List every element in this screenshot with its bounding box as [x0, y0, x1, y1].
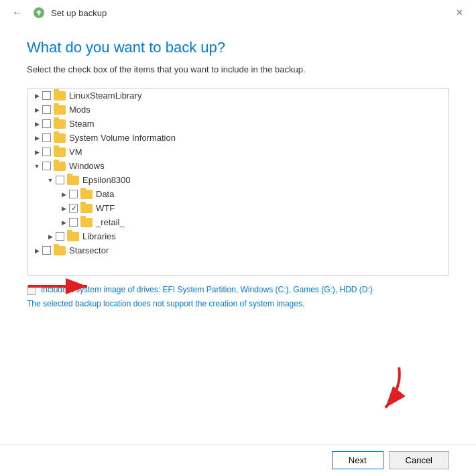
tree-checkbox-starsector[interactable] [42, 246, 51, 255]
tree-label-linuxsteam: LinuxSteamLibrary [69, 91, 141, 101]
tree-chevron-data[interactable] [58, 191, 69, 198]
tree-label-steam: Steam [69, 119, 95, 129]
system-image-label: Include a system image of drives: EFI Sy… [41, 285, 373, 294]
system-drives: EFI System Partition, Windows (C:), Game… [162, 285, 372, 294]
folder-icon-systemvolume [54, 133, 66, 143]
tree-label-mods: Mods [69, 105, 91, 115]
tree-item[interactable]: System Volume Information [27, 131, 449, 145]
folder-icon-data [80, 190, 93, 199]
folder-icon-steam [54, 119, 66, 129]
folder-icon-linuxsteam [54, 91, 66, 101]
back-button[interactable]: ← [8, 5, 27, 20]
tree-checkbox-libraries[interactable] [56, 232, 64, 241]
tree-item[interactable]: _retail_ [27, 215, 449, 229]
tree-checkbox-windows[interactable] [42, 162, 51, 170]
arrow-bottom-indicator [359, 367, 412, 417]
page-subtitle: Select the check box of the items that y… [27, 64, 449, 74]
close-button[interactable]: × [451, 5, 468, 20]
tree-chevron-mods[interactable] [32, 107, 42, 113]
folder-icon-mods [54, 105, 66, 115]
tree-chevron-steam[interactable] [32, 121, 42, 127]
next-button[interactable]: Next [332, 451, 383, 469]
tree-checkbox-systemvolume[interactable] [42, 133, 51, 142]
tree-chevron-vm[interactable] [32, 149, 42, 156]
tree-item[interactable]: LinuxSteamLibrary [27, 88, 449, 103]
tree-checkbox-linuxsteam[interactable] [42, 91, 51, 100]
tree-item[interactable]: VM [27, 145, 449, 159]
backup-icon [32, 6, 46, 19]
folder-icon-vm [54, 147, 66, 157]
tree-chevron-starsector[interactable] [32, 247, 42, 254]
title-bar-left: ← Set up backup [8, 5, 107, 20]
tree-chevron-systemvolume[interactable] [32, 135, 42, 141]
system-image-row: Include a system image of drives: EFI Sy… [27, 285, 449, 295]
tree-chevron-epsilon8300[interactable] [45, 177, 56, 184]
folder-icon-epsilon8300 [67, 176, 79, 185]
tree-label-vm: VM [69, 147, 82, 157]
title-bar: ← Set up backup × [0, 0, 476, 25]
tree-item[interactable]: Epsilon8300 [27, 173, 449, 187]
tree-chevron-retail[interactable] [58, 219, 69, 226]
tree-label-systemvolume: System Volume Information [69, 133, 176, 143]
tree-label-starsector: Starsector [69, 245, 109, 255]
tree-checkbox-data[interactable] [69, 190, 78, 198]
window-title: Set up backup [51, 8, 107, 18]
folder-icon-starsector [54, 246, 66, 255]
tree-item[interactable]: Libraries [27, 229, 449, 243]
page-title: What do you want to back up? [27, 39, 449, 56]
tree-item[interactable]: Steam [27, 117, 449, 131]
tree-checkbox-steam[interactable] [42, 119, 51, 128]
folder-icon-windows [54, 162, 66, 171]
tree-checkbox-epsilon8300[interactable] [56, 176, 64, 184]
folder-icon-wtf [80, 204, 93, 213]
system-image-checkbox[interactable] [27, 286, 36, 295]
tree-label-libraries: Libraries [82, 231, 116, 241]
main-content: What do you want to back up? Select the … [0, 25, 476, 326]
tree-checkbox-retail[interactable] [69, 218, 78, 227]
tree-chevron-libraries[interactable] [45, 233, 56, 240]
tree-label-wtf: WTF [96, 203, 115, 213]
tree-label-data: Data [96, 189, 114, 199]
footer: Next Cancel [0, 444, 476, 476]
tree-checkbox-vm[interactable] [42, 147, 51, 156]
file-tree[interactable]: LinuxSteamLibraryModsSteamSystem Volume … [27, 88, 449, 276]
tree-item[interactable]: Mods [27, 103, 449, 117]
tree-item[interactable]: Windows [27, 159, 449, 173]
folder-icon-libraries [67, 232, 79, 241]
warning-text: The selected backup location does not su… [27, 299, 449, 308]
tree-label-epsilon8300: Epsilon8300 [82, 175, 131, 185]
tree-label-retail: _retail_ [96, 217, 125, 227]
tree-chevron-wtf[interactable] [58, 205, 69, 212]
tree-checkbox-wtf[interactable] [69, 204, 78, 213]
tree-checkbox-mods[interactable] [42, 105, 51, 114]
tree-chevron-linuxsteam[interactable] [32, 93, 42, 99]
tree-label-windows: Windows [69, 161, 105, 171]
tree-item[interactable]: WTF [27, 201, 449, 215]
tree-chevron-windows[interactable] [32, 163, 42, 170]
tree-item[interactable]: Starsector [27, 243, 449, 257]
cancel-button[interactable]: Cancel [389, 451, 449, 469]
tree-item[interactable]: Data [27, 187, 449, 201]
folder-icon-retail [80, 218, 93, 227]
